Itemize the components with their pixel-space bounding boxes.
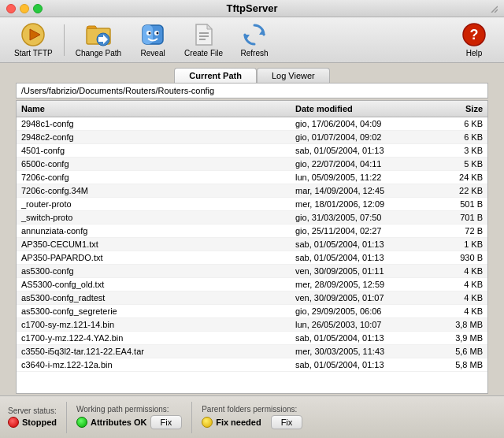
file-date: ven, 30/09/2005, 01:11 (291, 265, 432, 277)
help-button[interactable]: ? Help (450, 20, 498, 59)
file-name: 6500c-confg (17, 158, 291, 169)
file-name: c3640-i-mz.122-12a.bin (17, 359, 291, 370)
server-status-value: Stopped (8, 417, 57, 428)
column-name: Name (17, 102, 291, 115)
table-row[interactable]: 7206c-confg.34M mar, 14/09/2004, 12:45 2… (17, 184, 487, 198)
file-size: 24 KB (432, 172, 487, 183)
svg-point-11 (149, 32, 151, 35)
create-file-label: Create File (184, 49, 223, 58)
parent-fix-button[interactable]: Fix (271, 415, 303, 429)
file-name: 4501-confg (17, 145, 291, 156)
file-size: 501 B (432, 199, 487, 210)
file-list-container: Name Date modified Size 2948c1-confg gio… (16, 100, 488, 394)
file-date: sab, 01/05/2004, 01:13 (291, 359, 432, 370)
file-size: 1 KB (432, 239, 487, 250)
svg-line-0 (491, 6, 498, 13)
file-size: 4 KB (432, 279, 487, 290)
table-row[interactable]: _router-proto mer, 18/01/2006, 12:09 501… (17, 198, 487, 211)
table-row[interactable]: as5300-confg ven, 30/09/2005, 01:11 4 KB (17, 265, 487, 278)
file-size: 6 KB (432, 118, 487, 129)
server-status-group: Server status: Stopped (8, 406, 66, 428)
reveal-label: Reveal (141, 49, 165, 58)
file-list-scroll[interactable]: 2948c1-confg gio, 17/06/2004, 04:09 6 KB… (17, 117, 487, 393)
table-row[interactable]: c1700-y-mz.122-4.YA2.bin sab, 01/05/2004… (17, 332, 487, 345)
working-fix-button[interactable]: Fix (150, 415, 183, 429)
server-status-label: Server status: (8, 406, 57, 415)
file-size: 4 KB (432, 292, 487, 303)
folder-icon (86, 22, 111, 47)
table-row[interactable]: annunziata-confg gio, 25/11/2004, 02:27 … (17, 225, 487, 238)
file-name: _switch-proto (17, 212, 291, 223)
window: TftpServer Start TFTP (0, 0, 504, 438)
maximize-button[interactable] (33, 4, 43, 13)
file-date: gio, 25/11/2004, 02:27 (291, 225, 432, 236)
file-name: as5300-confg_radtest (17, 292, 291, 303)
current-path-text: /Users/fabrizio/Documents/Routers/Router… (21, 86, 214, 95)
table-row[interactable]: 7206c-confg lun, 05/09/2005, 11:22 24 KB (17, 171, 487, 184)
file-name: as5300-confg_segreterie (17, 306, 291, 317)
file-size: 4 KB (432, 306, 487, 317)
table-row[interactable]: AP350-PAPARDO.txt sab, 01/05/2004, 01:13… (17, 251, 487, 265)
working-path-text: Attributes OK (91, 418, 147, 427)
table-row[interactable]: c1700-sy-mz.121-14.bin lun, 26/05/2003, … (17, 318, 487, 332)
refresh-icon (242, 22, 267, 47)
file-name: AP350-PAPARDO.txt (17, 252, 291, 263)
file-date: lun, 05/09/2005, 11:22 (291, 172, 432, 183)
table-row[interactable]: AP350-CECUM1.txt sab, 01/05/2004, 01:13 … (17, 238, 487, 251)
file-date: gio, 17/06/2004, 04:09 (291, 118, 432, 129)
statusbar: Server status: Stopped Working path perm… (0, 395, 504, 438)
tab-current-path[interactable]: Current Path (174, 68, 257, 83)
minimize-button[interactable] (20, 4, 29, 13)
table-row[interactable]: as5300-confg_radtest ven, 30/09/2005, 01… (17, 291, 487, 305)
change-path-button[interactable]: Change Path (68, 20, 129, 59)
file-size: 3,8 MB (432, 319, 487, 330)
statusbar-inner: Server status: Stopped Working path perm… (8, 402, 496, 433)
file-size: 5,8 MB (432, 359, 487, 370)
table-row[interactable]: 4501-confg sab, 01/05/2004, 01:13 3 KB (17, 144, 487, 158)
help-icon: ? (461, 22, 487, 47)
reveal-button[interactable]: Reveal (129, 20, 176, 59)
start-tftp-button[interactable]: Start TFTP (6, 20, 61, 59)
parent-text: Fix needed (216, 418, 261, 427)
file-name: c3550-i5q3l2-tar.121-22.EA4.tar (17, 346, 291, 357)
file-date: sab, 01/05/2004, 01:13 (291, 145, 432, 156)
create-file-button[interactable]: Create File (176, 20, 231, 59)
file-name: 7206c-confg (17, 172, 291, 183)
change-path-label: Change Path (76, 49, 121, 58)
file-size: 3 KB (432, 145, 487, 156)
file-size: 701 B (432, 212, 487, 223)
table-row[interactable]: c3550-i5q3l2-tar.121-22.EA4.tar mer, 30/… (17, 345, 487, 358)
file-name: c1700-sy-mz.121-14.bin (17, 319, 291, 330)
table-row[interactable]: _switch-proto gio, 31/03/2005, 07:50 701… (17, 211, 487, 225)
file-name: AS5300-confg_old.txt (17, 279, 291, 290)
server-status-dot (8, 417, 19, 428)
file-size: 22 KB (432, 185, 487, 196)
tab-log-viewer[interactable]: Log Viewer (257, 68, 330, 83)
file-date: sab, 01/05/2004, 01:13 (291, 332, 432, 343)
file-date: sab, 01/05/2004, 01:13 (291, 252, 432, 263)
parent-folder-group: Parent folders permissions: Fix needed F… (192, 405, 496, 429)
working-path-dot (76, 417, 87, 428)
file-date: sab, 01/05/2004, 01:13 (291, 239, 432, 250)
main-content: /Users/fabrizio/Documents/Routers/Router… (0, 83, 504, 395)
start-tftp-label: Start TFTP (14, 49, 53, 58)
file-name: _router-proto (17, 199, 291, 210)
file-name: as5300-confg (17, 265, 291, 277)
file-name: AP350-CECUM1.txt (17, 239, 291, 250)
close-button[interactable] (6, 4, 16, 13)
working-path-value: Attributes OK Fix (76, 415, 182, 429)
table-row[interactable]: 2948c1-confg gio, 17/06/2004, 04:09 6 KB (17, 117, 487, 131)
column-date: Date modified (291, 102, 432, 115)
table-row[interactable]: 6500c-confg gio, 22/07/2004, 04:11 5 KB (17, 158, 487, 171)
table-row[interactable]: as5300-confg_segreterie gio, 29/09/2005,… (17, 305, 487, 318)
start-icon (20, 22, 46, 47)
svg-line-1 (495, 9, 498, 13)
file-date: gio, 01/07/2004, 09:02 (291, 132, 432, 143)
table-row[interactable]: AS5300-confg_old.txt mer, 28/09/2005, 12… (17, 278, 487, 291)
refresh-button[interactable]: Refresh (231, 20, 278, 59)
file-name: annunziata-confg (17, 225, 291, 236)
table-row[interactable]: c3640-i-mz.122-12a.bin sab, 01/05/2004, … (17, 358, 487, 372)
table-row[interactable]: 2948c2-confg gio, 01/07/2004, 09:02 6 KB (17, 131, 487, 144)
file-date: gio, 31/03/2005, 07:50 (291, 212, 432, 223)
file-name: c1700-y-mz.122-4.YA2.bin (17, 332, 291, 343)
